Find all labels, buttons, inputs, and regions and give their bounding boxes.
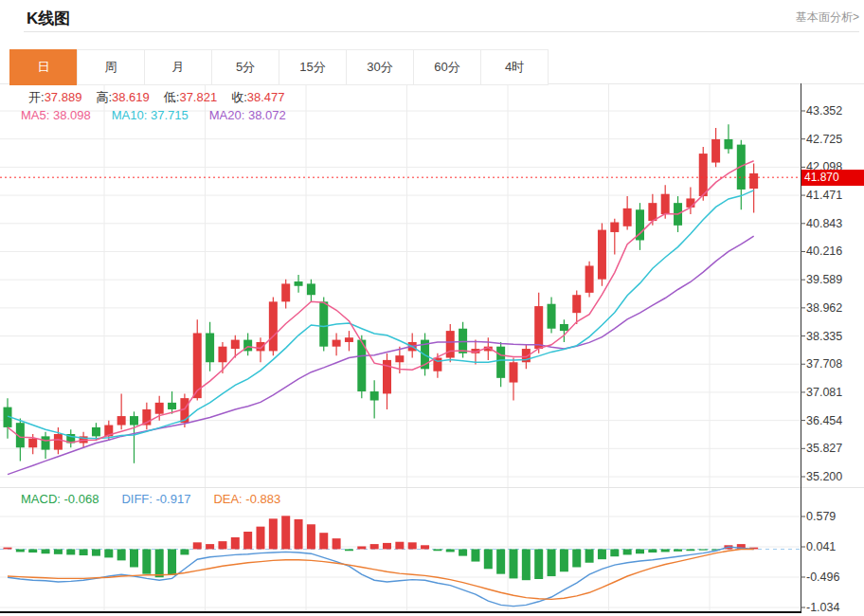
- ma10-value: 37.715: [151, 108, 189, 122]
- diff-label: DIFF:: [121, 492, 153, 506]
- tab-day[interactable]: 日: [9, 49, 78, 85]
- ma5-line: [8, 161, 754, 443]
- svg-text:35.827: 35.827: [806, 442, 842, 455]
- svg-text:37.708: 37.708: [806, 357, 842, 371]
- period-tabbar: 日 周 月 5分 15分 30分 60分 4时: [9, 49, 549, 85]
- ma5-value: 38.098: [53, 108, 91, 122]
- low-label: 低:: [164, 90, 180, 104]
- tab-15min[interactable]: 15分: [279, 49, 347, 85]
- ma5-label: MA5:: [21, 108, 49, 122]
- svg-text:43.352: 43.352: [806, 104, 842, 118]
- open-value: 37.889: [45, 90, 82, 104]
- diff-value: -0.917: [156, 492, 191, 506]
- svg-text:-0.496: -0.496: [806, 571, 839, 584]
- svg-text:38.962: 38.962: [806, 301, 842, 315]
- svg-text:40.216: 40.216: [806, 245, 842, 258]
- ma20-value: 38.072: [248, 108, 286, 122]
- ma20-line: [8, 236, 754, 474]
- title-divider: [24, 31, 859, 32]
- ma-legend: MA5: 38.098 MA10: 37.715 MA20: 38.072: [21, 108, 307, 122]
- open-label: 开:: [28, 90, 45, 104]
- svg-text:0.041: 0.041: [806, 540, 836, 553]
- ma10-label: MA10:: [112, 108, 148, 122]
- svg-text:39.589: 39.589: [806, 273, 842, 286]
- svg-text:41.471: 41.471: [806, 189, 842, 202]
- tab-week[interactable]: 周: [77, 49, 145, 85]
- fundamental-analysis-link[interactable]: 基本面分析>: [796, 9, 859, 26]
- svg-text:36.454: 36.454: [806, 414, 842, 427]
- tab-60min[interactable]: 60分: [413, 49, 481, 85]
- svg-text:-1.034: -1.034: [806, 601, 839, 614]
- high-value: 38.619: [112, 90, 150, 104]
- svg-text:38.335: 38.335: [806, 330, 842, 343]
- ma20-label: MA20:: [209, 108, 245, 122]
- kline-page: 43.35242.72542.09841.47140.84340.21639.5…: [0, 0, 864, 616]
- high-label: 高:: [96, 90, 112, 104]
- macd-legend: MACD: -0.068 DIFF: -0.917 DEA: -0.883: [21, 492, 303, 506]
- dea-value: -0.883: [245, 492, 280, 506]
- svg-text:35.200: 35.200: [806, 470, 842, 483]
- svg-text:0.579: 0.579: [806, 510, 836, 523]
- dea-label: DEA:: [213, 492, 242, 506]
- svg-text:42.725: 42.725: [806, 133, 842, 146]
- svg-text:37.081: 37.081: [806, 386, 842, 399]
- macd-label: MACD:: [21, 492, 61, 506]
- ohlc-legend: 开:37.889 高:38.619 低:37.821 收:38.477: [28, 89, 299, 106]
- candles-layer: [4, 124, 759, 462]
- macd-value: -0.068: [64, 492, 99, 506]
- page-title: K线图: [27, 8, 70, 29]
- tab-month[interactable]: 月: [144, 49, 212, 85]
- current-price-badge: 41.870: [801, 170, 864, 186]
- close-value: 38.477: [247, 90, 285, 104]
- close-label: 收:: [231, 90, 247, 104]
- tab-30min[interactable]: 30分: [346, 49, 414, 85]
- tab-4hour[interactable]: 4时: [480, 49, 549, 85]
- low-value: 37.821: [179, 90, 217, 104]
- svg-text:40.843: 40.843: [806, 217, 842, 230]
- tab-5min[interactable]: 5分: [211, 49, 279, 85]
- grid-layer: [0, 83, 864, 611]
